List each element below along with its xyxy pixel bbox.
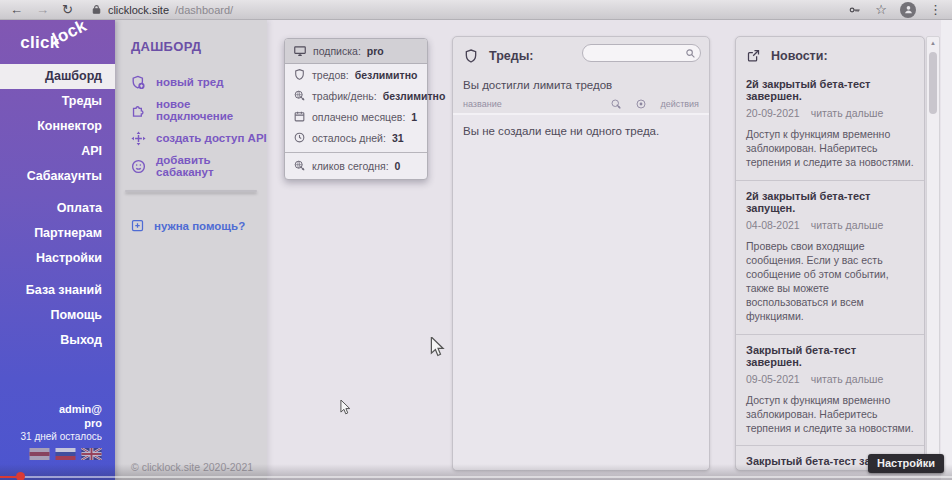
sidebar-item-help[interactable]: Помощь [0,303,115,328]
browser-toolbar: ← → ↻ clicklock.site/dashboard/ ☆ [0,0,952,20]
bookmark-star-icon[interactable]: ☆ [875,3,887,16]
news-title: Новости: [771,49,828,63]
create-api-access-button[interactable]: создать доступ API [115,124,267,152]
url-path: /dashboard/ [175,4,233,16]
read-more-link[interactable]: читать дальше [811,373,884,385]
news-list: 2й закрытый бета-тест завершен. 20-09-20… [736,69,924,471]
subscription-label: подписка: [313,45,361,57]
sidebar-item-partners[interactable]: Партнерам [0,221,115,246]
app-window: ← → ↻ clicklock.site/dashboard/ ☆ [0,0,952,480]
read-more-link[interactable]: читать дальше [811,107,884,119]
back-button[interactable]: ← [10,3,23,16]
threads-limit-row: тредов: безлимитно [285,64,427,85]
account-days-left: 31 дней осталось [21,430,103,444]
row-value: 0 [395,160,401,172]
address-bar[interactable]: clicklock.site/dashboard/ [91,4,233,16]
account-email: admin@ [21,402,103,416]
need-help-link[interactable]: нужна помощь? [115,218,267,233]
news-item-title: 2й закрытый бета-тест запущен. [746,190,914,214]
account-plan: pro [21,416,103,430]
row-value: безлимитно [355,69,418,81]
browser-menu-icon[interactable]: ⋮ [929,3,942,16]
sidebar-item-payment[interactable]: Оплата [0,196,115,221]
forward-button[interactable]: → [36,3,49,16]
reload-button[interactable]: ↻ [62,3,73,16]
globe-cursor-icon [293,89,306,102]
need-help-label: нужна помощь? [154,220,245,232]
search-icon [685,48,696,59]
threads-table-header: название действия [453,91,709,113]
row-label: оплачено месяцев: [312,111,405,123]
calendar-icon [293,110,306,123]
new-connection-label: новое подключение [156,98,267,122]
traffic-row: трафик/день: безлимитно [285,85,427,106]
sidebar-item-dashboard[interactable]: Дашборд [0,64,115,89]
mouse-cursor-secondary [340,400,351,415]
row-label: трафик/день: [312,90,377,102]
shield-icon [293,68,306,81]
globe-cursor-icon [610,98,622,110]
new-thread-button[interactable]: новый тред [115,68,267,96]
news-item-body: Доступ к функциям временно заблокирован.… [746,393,914,436]
threads-search-input[interactable] [582,44,701,62]
scroll-up-arrow[interactable]: ▲ [927,37,939,49]
sidebar-item-settings[interactable]: Настройки [0,246,115,271]
row-value: 1 [411,111,417,123]
news-panel: Новости: 2й закрытый бета-тест завершен.… [735,36,925,471]
row-label: тредов: [312,69,349,81]
external-link-icon [746,48,761,63]
dashboard-title: ДАШБОРД [131,39,267,54]
flag-by-icon[interactable] [29,448,50,460]
paid-months-row: оплачено месяцев: 1 [285,106,427,127]
news-item: 2й закрытый бета-тест запущен. 04-08-202… [736,180,924,334]
sidebar-item-knowledge-base[interactable]: База знаний [0,278,115,303]
threads-limit-notice: Вы достигли лимита тредов [453,66,709,91]
shield-icon [463,48,479,64]
read-more-link[interactable]: читать дальше [811,219,884,231]
language-switcher [29,448,102,460]
news-item-body: Проверь свои входящие сообщения. Если у … [746,239,914,324]
shield-plus-icon [130,74,147,91]
puzzle-icon [130,102,147,119]
account-summary: admin@ pro 31 дней осталось [21,402,103,444]
sidebar-item-logout[interactable]: Выход [0,328,115,353]
sidebar-menu: Дашборд Треды Коннектор API Сабакаунты О… [0,64,115,353]
new-connection-button[interactable]: новое подключение [115,96,267,124]
logo[interactable]: clicklock [0,20,115,64]
subscription-header: подписка: pro [285,39,427,64]
video-progress-track[interactable] [0,476,952,478]
lock-icon [91,4,102,15]
news-item-title: 2й закрытый бета-тест завершен. [746,78,914,102]
settings-button[interactable]: Настройки [868,454,944,473]
key-icon[interactable] [848,3,862,17]
sidebar-item-subaccounts[interactable]: Сабакаунты [0,164,115,189]
news-item-date: 09-05-2021 [746,373,800,385]
news-scrollbar[interactable]: ▲ ▼ [926,36,940,471]
news-item: 2й закрытый бета-тест завершен. 20-09-20… [736,69,924,180]
sidebar-item-api[interactable]: API [0,139,115,164]
flag-ru-icon[interactable] [55,448,76,460]
profile-avatar[interactable] [900,2,916,18]
face-icon [130,158,147,175]
clicks-today-row: кликов сегодня: 0 [285,152,427,179]
row-value: безлимитно [383,90,446,102]
scrollbar-thumb[interactable] [929,52,937,114]
add-subaccount-button[interactable]: добавить сабаканут [115,152,267,180]
row-label: осталось дней: [312,132,386,144]
news-item-date: 04-08-2021 [746,219,800,231]
column-actions-label: действия [660,99,699,109]
sidebar: clicklock Дашборд Треды Коннектор API Са… [0,20,115,480]
news-item-date: 20-09-2021 [746,107,800,119]
new-thread-label: новый тред [156,76,223,88]
target-icon [635,98,647,110]
copyright: © clicklock.site 2020-2021 [131,461,253,473]
sidebar-item-connector[interactable]: Коннектор [0,114,115,139]
sidebar-item-threads[interactable]: Треды [0,89,115,114]
column-name-label: название [463,99,502,109]
threads-list-area: Вы не создали еще ни одного треда. [453,113,709,470]
page-gutter [941,20,952,480]
divider [125,190,257,192]
flag-uk-icon[interactable] [81,448,102,460]
video-playhead[interactable] [16,472,25,480]
globe-cursor-icon [293,159,306,172]
